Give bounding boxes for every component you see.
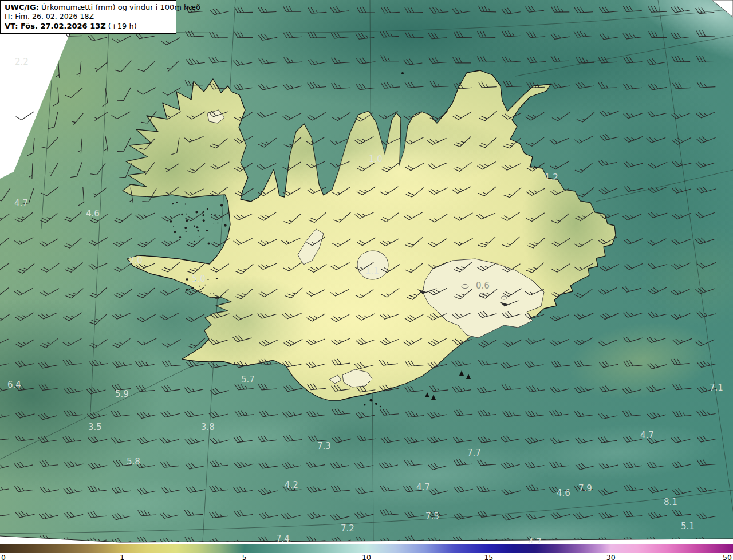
precip-value-label: 7.1 (710, 382, 723, 393)
precip-value-label: 4.7 (528, 537, 542, 543)
valid-offset: (+19 h) (108, 22, 137, 30)
precip-value-label: 7.9 (578, 483, 592, 494)
precip-value-label: 5.0 (192, 274, 206, 284)
product-title-line: UWC/IG: Úrkomumætti (mm) og vindur i 100… (5, 2, 172, 12)
valid-time-line: VT: Fös. 27.02.2026 13Z (+19 h) (5, 21, 172, 31)
precip-value-label: 8.1 (664, 497, 677, 507)
colorbar-tick-label: 10 (362, 553, 371, 560)
colorbar-tick-label: 30 (606, 553, 616, 560)
precip-value-label: 5.1 (681, 521, 695, 531)
precip-value-label: 2.2 (15, 57, 29, 67)
precip-value-label: 4.7 (416, 482, 430, 492)
colorbar-gradient (0, 544, 733, 553)
precip-value-label: 4.7 (14, 198, 28, 208)
map-canvas: 2.24.74.62.05.01.01.21.10.66.45.75.93.53… (0, 0, 733, 543)
init-time-line: IT: Fim. 26. 02. 2026 18Z (5, 12, 172, 21)
precip-value-label: 0.6 (476, 281, 490, 291)
title-box: UWC/IG: Úrkomumætti (mm) og vindur i 100… (0, 0, 176, 34)
colorbar-tick-labels: 01510153050 (0, 553, 733, 560)
precip-value-label: 7.2 (341, 523, 354, 534)
valid-time: VT: Fös. 27.02.2026 13Z (5, 22, 106, 30)
precip-value-label: 1.2 (545, 172, 558, 183)
weather-map-frame: 2.24.74.62.05.01.01.21.10.66.45.75.93.53… (0, 0, 733, 560)
precip-value-label: 7.4 (276, 534, 290, 543)
precip-value-label: 5.8 (127, 456, 140, 467)
map-bottom-edge (0, 536, 733, 543)
precip-value-label: 7.5 (425, 511, 439, 522)
colorbar-tick-label: 50 (723, 553, 732, 560)
precip-value-label: 3.5 (88, 422, 102, 432)
precip-value-label: 6.4 (7, 380, 21, 390)
colorbar-tick-label: 15 (484, 553, 493, 560)
model-name: UWC/IG: (5, 3, 39, 11)
colorbar-tick-label: 5 (242, 553, 247, 560)
precip-value-label: 1.0 (369, 154, 383, 164)
precip-value-label: 4.6 (557, 488, 570, 498)
precip-value-label: 3.8 (201, 422, 215, 432)
precip-value-label: 4.2 (285, 480, 298, 490)
precip-value-label: 4.6 (86, 208, 100, 219)
precip-value-label: 1.1 (365, 266, 379, 276)
precip-value-label: 5.7 (241, 374, 255, 385)
colorbar-tick-label: 0 (1, 553, 6, 560)
precipitation-colorbar: 01510153050 (0, 543, 733, 560)
colorbar-tick-label: 1 (120, 553, 124, 560)
precip-value-label: 2.0 (129, 255, 143, 266)
precip-value-label: 4.7 (640, 430, 654, 440)
precip-value-label: 5.9 (115, 389, 129, 399)
map-overlay-svg: 2.24.74.62.05.01.01.21.10.66.45.75.93.53… (0, 0, 733, 543)
product-name: Úrkomumætti (mm) og vindur i 100m hæð (41, 3, 200, 11)
precip-value-label: 7.3 (317, 441, 331, 451)
iceland-landmass (92, 70, 630, 400)
precip-value-label: 7.7 (467, 448, 481, 458)
